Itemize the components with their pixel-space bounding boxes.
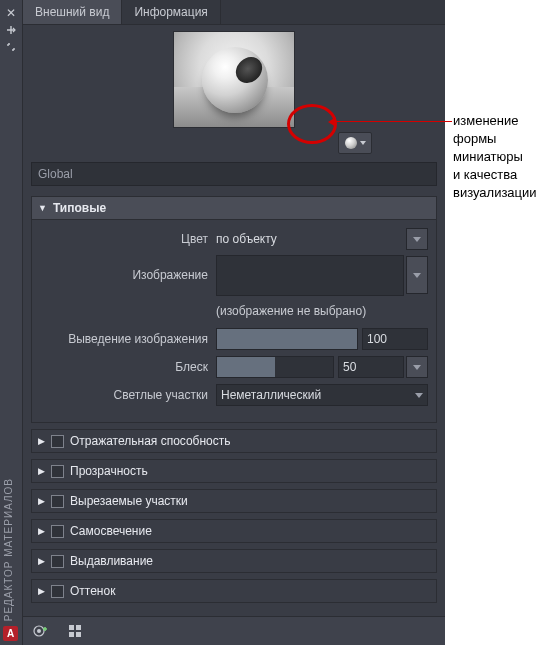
section-transparency[interactable]: ▶ Прозрачность: [31, 459, 437, 483]
chevron-right-icon: ▶: [38, 586, 45, 596]
transparency-checkbox[interactable]: [51, 465, 64, 478]
create-material-button[interactable]: [29, 620, 53, 642]
section-generic-title: Типовые: [53, 201, 106, 215]
section-generic-body: Цвет по объекту Изображение: [31, 220, 437, 423]
image-label: Изображение: [40, 268, 216, 282]
section-tint[interactable]: ▶ Оттенок: [31, 579, 437, 603]
section-bump-label: Выдавливание: [70, 554, 153, 568]
chevron-down-icon: ▼: [38, 203, 47, 213]
panel-gutter: ✕ РЕДАКТОР МАТЕРИАЛОВ A: [0, 0, 23, 645]
chevron-right-icon: ▶: [38, 496, 45, 506]
section-cutouts-label: Вырезаемые участки: [70, 494, 188, 508]
color-label: Цвет: [40, 232, 216, 246]
image-fade-label: Выведение изображения: [40, 332, 216, 346]
gloss-dropdown-button[interactable]: [406, 356, 428, 378]
image-note: (изображение не выбрано): [216, 304, 366, 318]
material-name-value: Global: [38, 167, 73, 181]
annotation-text: изменение формы миниатюры и качества виз…: [453, 112, 537, 202]
sphere-icon: [345, 137, 357, 149]
chevron-down-icon: [415, 393, 423, 398]
tab-info[interactable]: Информация: [122, 0, 220, 24]
section-generic-header[interactable]: ▼ Типовые: [31, 196, 437, 220]
section-reflectivity-label: Отражательная способность: [70, 434, 231, 448]
svg-rect-4: [69, 632, 74, 637]
svg-rect-2: [69, 625, 74, 630]
grid-view-button[interactable]: [63, 620, 87, 642]
chevron-right-icon: ▶: [38, 556, 45, 566]
app-badge: A: [3, 626, 18, 641]
image-dropdown-button[interactable]: [406, 256, 428, 294]
preview-shape-dropdown[interactable]: [338, 132, 372, 154]
chevron-down-icon: [413, 237, 421, 242]
section-transparency-label: Прозрачность: [70, 464, 148, 478]
color-dropdown-button[interactable]: [406, 228, 428, 250]
selfillum-checkbox[interactable]: [51, 525, 64, 538]
bump-checkbox[interactable]: [51, 555, 64, 568]
panel-main: Внешний вид Информация: [23, 0, 445, 645]
svg-rect-5: [76, 632, 81, 637]
material-preview[interactable]: [173, 31, 295, 128]
image-field[interactable]: [216, 255, 404, 296]
reflectivity-checkbox[interactable]: [51, 435, 64, 448]
tab-appearance-label: Внешний вид: [35, 5, 109, 19]
collapse-icon[interactable]: [4, 40, 18, 54]
section-cutouts[interactable]: ▶ Вырезаемые участки: [31, 489, 437, 513]
highlights-label: Светлые участки: [40, 388, 216, 402]
tabs-bar: Внешний вид Информация: [23, 0, 445, 25]
image-fade-value[interactable]: 100: [362, 328, 428, 350]
bottom-toolbar: [23, 616, 445, 645]
section-bump[interactable]: ▶ Выдавливание: [31, 549, 437, 573]
section-selfillum-label: Самосвечение: [70, 524, 152, 538]
highlights-value: Неметаллический: [221, 388, 321, 402]
color-value[interactable]: по объекту: [216, 232, 404, 246]
chevron-down-icon: [360, 141, 366, 145]
gloss-value[interactable]: 50: [338, 356, 404, 378]
image-fade-slider[interactable]: [216, 328, 358, 350]
tab-appearance[interactable]: Внешний вид: [23, 0, 122, 24]
svg-point-1: [37, 629, 41, 633]
section-selfillum[interactable]: ▶ Самосвечение: [31, 519, 437, 543]
gloss-label: Блеск: [40, 360, 216, 374]
gloss-slider[interactable]: [216, 356, 334, 378]
materials-editor-panel: ✕ РЕДАКТОР МАТЕРИАЛОВ A Внешний вид Инфо…: [0, 0, 445, 645]
highlights-select[interactable]: Неметаллический: [216, 384, 428, 406]
svg-rect-3: [76, 625, 81, 630]
material-name-field[interactable]: Global: [31, 162, 437, 186]
panel-title-vertical: РЕДАКТОР МАТЕРИАЛОВ: [3, 478, 14, 621]
material-preview-area: [31, 31, 437, 154]
chevron-right-icon: ▶: [38, 526, 45, 536]
cutouts-checkbox[interactable]: [51, 495, 64, 508]
chevron-down-icon: [413, 365, 421, 370]
section-reflectivity[interactable]: ▶ Отражательная способность: [31, 429, 437, 453]
close-icon[interactable]: ✕: [4, 6, 18, 20]
section-tint-label: Оттенок: [70, 584, 115, 598]
chevron-down-icon: [413, 273, 421, 278]
chevron-right-icon: ▶: [38, 436, 45, 446]
pin-icon[interactable]: [4, 23, 18, 37]
tint-checkbox[interactable]: [51, 585, 64, 598]
tab-info-label: Информация: [134, 5, 207, 19]
chevron-right-icon: ▶: [38, 466, 45, 476]
